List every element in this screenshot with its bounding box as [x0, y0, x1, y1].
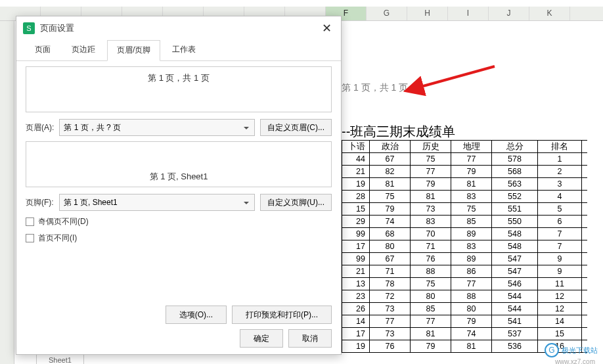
table-row[interactable]: 2372808854412: [342, 290, 587, 303]
table-cell[interactable]: 73: [411, 203, 451, 216]
odd-even-checkbox[interactable]: [26, 217, 34, 226]
sheet-tab[interactable]: Sheet1: [36, 354, 84, 364]
table-cell[interactable]: 563: [492, 178, 538, 191]
table-cell[interactable]: 78: [370, 278, 411, 290]
table-cell[interactable]: 6: [538, 216, 582, 228]
table-row[interactable]: 217188865479: [342, 265, 587, 278]
table-cell[interactable]: 89: [451, 253, 492, 265]
table-row[interactable]: 2673858054412: [342, 303, 587, 315]
table-row[interactable]: 287581835524: [342, 191, 587, 203]
first-page-checkbox[interactable]: [26, 234, 34, 242]
table-cell[interactable]: 568: [492, 166, 538, 178]
table-cell[interactable]: 83: [451, 240, 492, 253]
table-cell[interactable]: 81: [411, 328, 451, 340]
table-cell[interactable]: 81: [411, 191, 451, 203]
table-cell[interactable]: 76: [370, 340, 411, 353]
table-cell[interactable]: 26: [342, 303, 370, 315]
footer-combo[interactable]: 第 1 页, Sheet1: [59, 194, 256, 211]
table-row[interactable]: 218277795682: [342, 166, 587, 178]
table-cell[interactable]: 5: [538, 203, 582, 216]
table-cell[interactable]: 550: [492, 216, 538, 228]
table-row[interactable]: 297483855506: [342, 216, 587, 228]
cancel-button[interactable]: 取消: [288, 329, 332, 348]
table-cell[interactable]: 29: [342, 216, 370, 228]
table-cell[interactable]: 12: [538, 303, 582, 315]
table-cell[interactable]: 88: [451, 290, 492, 303]
ok-button[interactable]: 确定: [240, 329, 283, 348]
table-cell[interactable]: 17: [342, 240, 370, 253]
table-cell[interactable]: 74: [370, 216, 411, 228]
table-cell[interactable]: 79: [451, 166, 492, 178]
table-cell[interactable]: 17: [342, 328, 370, 340]
table-cell[interactable]: 71: [370, 265, 411, 278]
table-cell[interactable]: 578: [492, 153, 538, 166]
table-row[interactable]: 446775775781: [342, 153, 587, 166]
table-cell[interactable]: 15: [342, 203, 370, 216]
table-cell[interactable]: 89: [451, 228, 492, 240]
custom-header-button[interactable]: 自定义页眉(C)...: [260, 119, 332, 136]
table-cell[interactable]: 547: [492, 253, 538, 265]
dialog-tab[interactable]: 页面: [26, 40, 60, 60]
table-cell[interactable]: 70: [411, 228, 451, 240]
table-cell[interactable]: 85: [451, 216, 492, 228]
table-cell[interactable]: 23: [342, 290, 370, 303]
table-cell[interactable]: 75: [370, 191, 411, 203]
table-cell[interactable]: 536: [492, 340, 538, 353]
table-cell[interactable]: 72: [370, 290, 411, 303]
dialog-tab[interactable]: 页边距: [62, 40, 104, 60]
table-cell[interactable]: 3: [538, 178, 582, 191]
table-cell[interactable]: 67: [370, 253, 411, 265]
table-cell[interactable]: 99: [342, 253, 370, 265]
dialog-tab[interactable]: 工作表: [163, 40, 205, 60]
column-header[interactable]: I: [448, 7, 489, 20]
table-cell[interactable]: 82: [370, 166, 411, 178]
table-cell[interactable]: 7: [538, 228, 582, 240]
table-row[interactable]: 198179815633: [342, 178, 587, 191]
table-cell[interactable]: 83: [451, 191, 492, 203]
options-button[interactable]: 选项(O)...: [166, 306, 227, 324]
column-header[interactable]: J: [489, 7, 529, 20]
table-row[interactable]: 178071835487: [342, 240, 587, 253]
table-cell[interactable]: 76: [411, 253, 451, 265]
table-cell[interactable]: 537: [492, 328, 538, 340]
table-cell[interactable]: 544: [492, 303, 538, 315]
table-cell[interactable]: 21: [342, 265, 370, 278]
table-row[interactable]: 996870895487: [342, 228, 587, 240]
table-cell[interactable]: 80: [451, 303, 492, 315]
table-cell[interactable]: 83: [411, 216, 451, 228]
table-cell[interactable]: 548: [492, 240, 538, 253]
table-cell[interactable]: 14: [538, 315, 582, 328]
table-cell[interactable]: 13: [342, 278, 370, 290]
table-cell[interactable]: 75: [411, 278, 451, 290]
table-cell[interactable]: 11: [538, 278, 582, 290]
table-cell[interactable]: 7: [538, 240, 582, 253]
table-cell[interactable]: 80: [370, 240, 411, 253]
close-icon[interactable]: ✕: [319, 21, 334, 35]
table-cell[interactable]: 77: [451, 278, 492, 290]
table-cell[interactable]: 81: [451, 178, 492, 191]
table-cell[interactable]: 15: [538, 328, 582, 340]
table-cell[interactable]: 68: [370, 228, 411, 240]
table-cell[interactable]: 548: [492, 228, 538, 240]
table-cell[interactable]: 79: [370, 203, 411, 216]
table-cell[interactable]: 1: [538, 153, 582, 166]
table-cell[interactable]: 77: [411, 315, 451, 328]
table-cell[interactable]: 77: [370, 315, 411, 328]
table-cell[interactable]: 4: [538, 191, 582, 203]
print-preview-button[interactable]: 打印预览和打印(P)...: [232, 306, 332, 324]
table-row[interactable]: 1378757754611: [342, 278, 587, 290]
table-cell[interactable]: 12: [538, 290, 582, 303]
table-cell[interactable]: 547: [492, 265, 538, 278]
table-cell[interactable]: 79: [411, 340, 451, 353]
table-cell[interactable]: 2: [538, 166, 582, 178]
table-cell[interactable]: 79: [451, 315, 492, 328]
table-cell[interactable]: 14: [342, 315, 370, 328]
table-cell[interactable]: 9: [538, 265, 582, 278]
table-cell[interactable]: 551: [492, 203, 538, 216]
table-cell[interactable]: 75: [411, 153, 451, 166]
table-cell[interactable]: 77: [451, 153, 492, 166]
table-cell[interactable]: 544: [492, 290, 538, 303]
header-combo[interactable]: 第 1 页，共 ? 页: [59, 119, 255, 136]
table-cell[interactable]: 80: [411, 290, 451, 303]
table-cell[interactable]: 86: [451, 265, 492, 278]
